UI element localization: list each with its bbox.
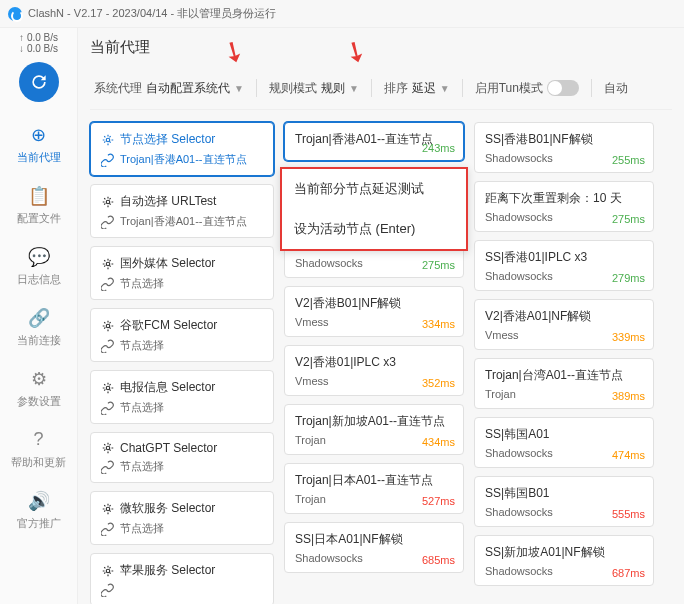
svg-point-2: [106, 262, 110, 266]
node-card[interactable]: SS|日本A01|NF解锁Shadowsocks685ms: [284, 522, 464, 573]
selector-card[interactable]: 电报信息 Selector节点选择: [90, 370, 274, 424]
tun-mode-toggle[interactable]: 启用Tun模式: [475, 80, 579, 97]
latency-badge: 279ms: [612, 272, 645, 284]
chevron-down-icon: ▼: [440, 83, 450, 94]
rule-mode-dropdown[interactable]: 规则模式 规则 ▼: [269, 80, 359, 97]
nav-item-4[interactable]: ⚙参数设置: [7, 358, 70, 419]
arrow-up-icon: ↑: [19, 32, 24, 43]
nav-item-1[interactable]: 📋配置文件: [7, 175, 70, 236]
ctx-latency-test[interactable]: 当前部分节点延迟测试: [282, 169, 466, 209]
chevron-down-icon: ▼: [234, 83, 244, 94]
node-card[interactable]: SS|韩国B01Shadowsocks555ms: [474, 476, 654, 527]
svg-point-0: [106, 138, 110, 142]
selector-card[interactable]: 国外媒体 Selector节点选择: [90, 246, 274, 300]
app-logo-icon: [8, 7, 22, 21]
node-card[interactable]: V2|香港B01|NF解锁Vmess334ms: [284, 286, 464, 337]
link-icon: [101, 583, 115, 597]
context-menu: 当前部分节点延迟测试 设为活动节点 (Enter): [280, 167, 468, 251]
svg-point-5: [106, 446, 110, 450]
link-icon: [101, 522, 115, 536]
node-icon: [101, 133, 115, 147]
nav-item-0[interactable]: ⊕当前代理: [7, 114, 70, 175]
node-icon: [101, 441, 115, 455]
svg-point-7: [106, 569, 110, 573]
selector-card[interactable]: 谷歌FCM Selector节点选择: [90, 308, 274, 362]
node-icon: [101, 195, 115, 209]
node-card[interactable]: V2|香港01|IPLC x3Vmess352ms: [284, 345, 464, 396]
nav-item-5[interactable]: ?帮助和更新: [7, 419, 70, 480]
latency-badge: 275ms: [612, 213, 645, 225]
selector-card[interactable]: 自动选择 URLTestTrojan|香港A01--直连节点: [90, 184, 274, 238]
nav-item-2[interactable]: 💬日志信息: [7, 236, 70, 297]
latency-badge: 275ms: [422, 259, 455, 271]
node-icon: [101, 381, 115, 395]
selector-card[interactable]: ChatGPT Selector节点选择: [90, 432, 274, 483]
latency-badge: 434ms: [422, 436, 455, 448]
nav-item-3[interactable]: 🔗当前连接: [7, 297, 70, 358]
node-card[interactable]: SS|新加坡A01|NF解锁Shadowsocks687ms: [474, 535, 654, 586]
node-card[interactable]: 距离下次重置剩余：10 天Shadowsocks275ms: [474, 181, 654, 232]
latency-badge: 555ms: [612, 508, 645, 520]
latency-badge: 527ms: [422, 495, 455, 507]
node-icon: [101, 502, 115, 516]
nav-icon: 🔗: [28, 307, 50, 329]
nav-icon: ⊕: [28, 124, 50, 146]
latency-badge: 685ms: [422, 554, 455, 566]
speed-indicator: ↑0.0 B/s ↓0.0 B/s: [19, 32, 58, 54]
link-icon: [101, 339, 115, 353]
node-card[interactable]: V2|香港A01|NF解锁Vmess339ms: [474, 299, 654, 350]
latency-badge: 339ms: [612, 331, 645, 343]
chevron-down-icon: ▼: [349, 83, 359, 94]
latency-badge: 474ms: [612, 449, 645, 461]
latency-badge: 389ms: [612, 390, 645, 402]
nav-icon: ?: [28, 429, 50, 451]
link-icon: [101, 401, 115, 415]
arrow-down-icon: ↓: [19, 43, 24, 54]
node-icon: [101, 319, 115, 333]
latency-badge: 352ms: [422, 377, 455, 389]
node-icon: [101, 564, 115, 578]
toggle-switch[interactable]: [547, 80, 579, 96]
titlebar: ClashN - V2.17 - 2023/04/14 - 非以管理员身份运行: [0, 0, 684, 28]
node-card[interactable]: Trojan|香港A01--直连节点243ms: [284, 122, 464, 161]
node-card[interactable]: Trojan|日本A01--直连节点Trojan527ms: [284, 463, 464, 514]
main-content: 当前代理 ➘ ➘ 系统代理 自动配置系统代 ▼ 规则模式 规则 ▼ 排序 延迟 …: [78, 28, 684, 604]
svg-point-6: [106, 507, 110, 511]
refresh-icon: [29, 72, 49, 92]
link-icon: [101, 460, 115, 474]
nav-icon: 📋: [28, 185, 50, 207]
nav-icon: 🔊: [28, 490, 50, 512]
latency-badge: 334ms: [422, 318, 455, 330]
sidebar: ↑0.0 B/s ↓0.0 B/s ⊕当前代理📋配置文件💬日志信息🔗当前连接⚙参…: [0, 28, 78, 604]
nav-icon: 💬: [28, 246, 50, 268]
toolbar: ➘ ➘ 系统代理 自动配置系统代 ▼ 规则模式 规则 ▼ 排序 延迟 ▼ 启用T…: [90, 71, 672, 110]
ctx-set-active[interactable]: 设为活动节点 (Enter): [282, 209, 466, 249]
page-title: 当前代理: [90, 38, 672, 57]
selector-card[interactable]: 苹果服务 Selector: [90, 553, 274, 604]
nav-icon: ⚙: [28, 368, 50, 390]
svg-point-1: [106, 200, 110, 204]
node-icon: [101, 257, 115, 271]
selector-card[interactable]: 微软服务 Selector节点选择: [90, 491, 274, 545]
svg-point-4: [106, 386, 110, 390]
nav-item-6[interactable]: 🔊官方推广: [7, 480, 70, 541]
link-icon: [101, 277, 115, 291]
node-card[interactable]: SS|香港B01|NF解锁Shadowsocks255ms: [474, 122, 654, 173]
link-icon: [101, 153, 115, 167]
system-proxy-dropdown[interactable]: 系统代理 自动配置系统代 ▼: [94, 80, 244, 97]
node-card[interactable]: SS|韩国A01Shadowsocks474ms: [474, 417, 654, 468]
selector-card[interactable]: 节点选择 SelectorTrojan|香港A01--直连节点: [90, 122, 274, 176]
latency-badge: 687ms: [612, 567, 645, 579]
latency-badge: 243ms: [422, 142, 455, 154]
refresh-button[interactable]: [19, 62, 59, 102]
sort-dropdown[interactable]: 排序 延迟 ▼: [384, 80, 450, 97]
node-card[interactable]: SS|香港01|IPLC x3Shadowsocks279ms: [474, 240, 654, 291]
svg-point-3: [106, 324, 110, 328]
node-card[interactable]: Trojan|台湾A01--直连节点Trojan389ms: [474, 358, 654, 409]
titlebar-text: ClashN - V2.17 - 2023/04/14 - 非以管理员身份运行: [28, 6, 276, 21]
link-icon: [101, 215, 115, 229]
latency-badge: 255ms: [612, 154, 645, 166]
node-card[interactable]: Trojan|新加坡A01--直连节点Trojan434ms: [284, 404, 464, 455]
